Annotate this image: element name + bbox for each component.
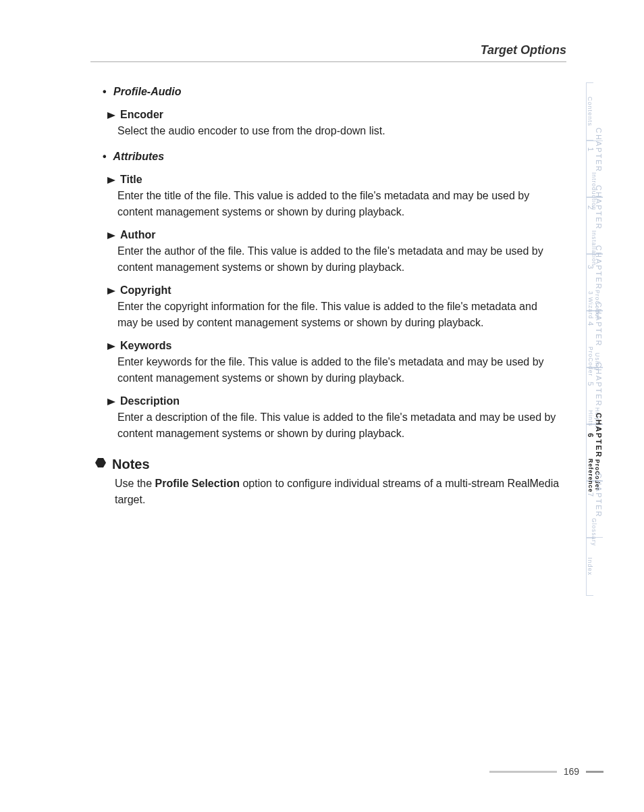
subheading-keywords: Keywords — [107, 338, 560, 354]
notes-heading-text: Notes — [112, 454, 150, 474]
tab-line1: CHAPTER 4 — [587, 302, 603, 347]
notes-body: Use the Profile Selection option to conf… — [115, 476, 560, 508]
tab-line1: CHAPTER 5 — [587, 362, 603, 407]
svg-marker-2 — [107, 232, 115, 239]
bullet-icon: • — [103, 151, 107, 162]
notes-prefix: Use the — [115, 478, 155, 489]
bullet-icon: • — [103, 86, 107, 97]
arrow-icon — [107, 231, 116, 239]
tab-label: Contents — [587, 97, 593, 126]
body-encoder: Select the audio encoder to use from the… — [117, 123, 560, 139]
subheading-author: Author — [107, 227, 560, 243]
subheading-text: Copyright — [120, 282, 171, 299]
chapter-tabs-sidebar: Contents CHAPTER 1 Introduction CHAPTER … — [586, 82, 644, 596]
arrow-icon — [107, 286, 116, 295]
body-author: Enter the author of the file. This value… — [117, 243, 560, 276]
page: Target Options • Profile-Audio Encoder S… — [0, 0, 644, 812]
body-keywords: Enter keywords for the file. This value … — [117, 354, 560, 386]
svg-marker-6 — [95, 458, 106, 467]
tab-line1: CHAPTER 3 — [587, 245, 603, 290]
section-heading-text: Profile-Audio — [113, 86, 181, 97]
tab-line1: CHAPTER 7 — [587, 473, 603, 518]
subheading-encoder: Encoder — [107, 107, 560, 123]
svg-marker-3 — [107, 288, 115, 295]
subheading-description: Description — [107, 393, 560, 409]
arrow-icon — [107, 111, 116, 119]
subheading-text: Encoder — [120, 107, 163, 123]
tab-line1: CHAPTER 2 — [587, 185, 603, 230]
subheading-text: Author — [120, 227, 155, 243]
tab-chapter-4[interactable]: CHAPTER 4 Using ProCoder — [586, 311, 603, 367]
arrow-icon — [107, 342, 116, 350]
page-footer: 169 — [489, 766, 603, 777]
section-heading-attributes: • Attributes — [103, 149, 560, 165]
section-heading-text: Attributes — [113, 151, 164, 162]
svg-marker-4 — [107, 343, 115, 350]
hexagon-icon — [95, 454, 107, 474]
footer-bar-icon — [489, 771, 557, 773]
svg-marker-1 — [107, 177, 115, 184]
tab-chapter-7[interactable]: CHAPTER 7 Glossary — [586, 481, 603, 538]
tab-index[interactable]: Index — [586, 538, 593, 596]
subheading-title: Title — [107, 172, 560, 188]
tab-line1: CHAPTER 1 — [587, 128, 603, 173]
body-title: Enter the title of the file. This value … — [117, 188, 560, 220]
section-heading-profile-audio: • Profile-Audio — [103, 84, 560, 100]
arrow-icon — [107, 176, 116, 184]
notes-bold: Profile Selection — [155, 478, 240, 489]
arrow-icon — [107, 397, 116, 405]
tab-label: Index — [587, 557, 593, 576]
body-copyright: Enter the copyright information for the … — [117, 299, 560, 331]
page-number: 169 — [564, 766, 579, 777]
notes-heading: Notes — [95, 454, 560, 474]
subheading-text: Description — [120, 393, 180, 409]
footer-dash-icon — [586, 771, 603, 773]
svg-marker-0 — [107, 112, 115, 119]
tab-line1: CHAPTER 6 — [587, 413, 603, 458]
subheading-copyright: Copyright — [107, 282, 560, 299]
subheading-text: Title — [120, 172, 142, 188]
page-title: Target Options — [90, 43, 566, 62]
body-description: Enter a description of the file. This va… — [117, 409, 560, 442]
tab-line2: Glossary — [591, 518, 597, 547]
subheading-text: Keywords — [120, 338, 171, 354]
svg-marker-5 — [107, 399, 115, 405]
main-content: • Profile-Audio Encoder Select the audio… — [90, 74, 560, 508]
